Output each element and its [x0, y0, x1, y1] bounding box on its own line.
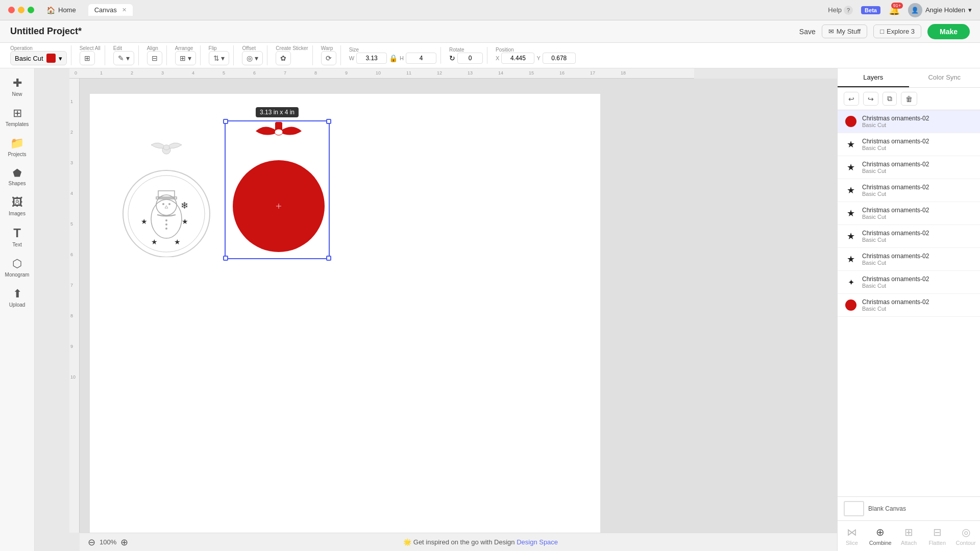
align-button[interactable]: ⊟ [147, 51, 162, 65]
duplicate-button[interactable]: ⧉ [883, 92, 897, 106]
mystuff-button[interactable]: ✉ My Stuff [822, 24, 867, 38]
width-input[interactable] [356, 53, 387, 64]
sidebar-item-new[interactable]: ✚ New [2, 72, 33, 102]
create-sticker-button[interactable]: ✿ [276, 51, 291, 65]
ornament-outline[interactable]: ★ ★ ★ ★ ❄ [115, 135, 217, 257]
sidebar-item-upload[interactable]: ⬆ Upload [2, 283, 33, 312]
sidebar-item-images[interactable]: 🖼 Images [2, 192, 33, 221]
project-title: Untitled Project* [10, 26, 82, 37]
combine-action[interactable]: ⊕ Combine [868, 526, 893, 546]
sidebar-item-upload-label: Upload [9, 302, 26, 308]
canvas-bottom-bar: ⊖ 100% ⊕ 🌟 Get inspired on the go with D… [80, 533, 837, 551]
rotate-group: Rotate ↻ [445, 47, 487, 64]
avatar: 👤 [908, 3, 922, 17]
contour-action[interactable]: ◎ Contour [953, 526, 978, 546]
height-label: H [400, 55, 404, 61]
tab-home[interactable]: 🏠 Home [40, 4, 82, 16]
rotate-control: Rotate ↻ [449, 47, 483, 64]
x-input[interactable] [501, 53, 534, 64]
tab-layers[interactable]: Layers [838, 68, 909, 87]
operation-select[interactable]: Basic Cut ▾ [10, 51, 67, 65]
delete-button[interactable]: 🗑 [901, 92, 917, 106]
height-input[interactable] [406, 53, 436, 64]
ruler-mark-7: 7 [284, 70, 286, 76]
layer-thumb-5: ★ [844, 206, 858, 220]
make-button[interactable]: Make [927, 24, 970, 39]
text-icon: T [13, 226, 21, 240]
layer-thumb-7: ★ [844, 252, 858, 266]
layer-item-9[interactable]: Christmas ornaments-02 Basic Cut [838, 294, 980, 317]
ruler-mark-6: 6 [253, 70, 256, 76]
layer-item-2[interactable]: ★ Christmas ornaments-02 Basic Cut [838, 133, 980, 156]
sidebar-item-text[interactable]: T Text [2, 222, 33, 252]
notifications-button[interactable]: 🔔 91+ [889, 5, 900, 16]
close-button[interactable] [8, 7, 15, 13]
rotate-icon: ↻ [449, 54, 455, 62]
color-swatch[interactable] [46, 54, 56, 63]
canvas-viewport[interactable]: ★ ★ ★ ★ ❄ [80, 79, 837, 533]
layer-name-4: Christmas ornaments-02 [862, 184, 974, 191]
offset-button[interactable]: ◎ ▾ [242, 51, 263, 65]
user-menu[interactable]: 👤 Angie Holden ▾ [908, 3, 972, 17]
slice-action[interactable]: ⋈ Slice [839, 526, 865, 546]
tab-close-icon[interactable]: ✕ [122, 7, 127, 13]
flip-button[interactable]: ⇅ ▾ [209, 51, 230, 65]
sidebar-item-shapes[interactable]: ⬟ Shapes [2, 163, 33, 191]
ornament-filled[interactable] [228, 122, 330, 257]
toolbar: Operation Basic Cut ▾ Select All ⊞ Edit … [0, 43, 980, 68]
svg-text:★: ★ [174, 238, 181, 246]
help-label: Help [828, 6, 842, 14]
rotate-label: Rotate [449, 47, 464, 53]
lock-icon[interactable]: 🔒 [389, 54, 398, 62]
contour-icon: ◎ [962, 526, 970, 538]
flatten-action[interactable]: ⊟ Flatten [924, 526, 950, 546]
y-input[interactable] [543, 53, 576, 64]
layer-thumb-8: ✦ [844, 275, 858, 289]
maximize-button[interactable] [28, 7, 34, 13]
zoom-out-button[interactable]: ⊖ [88, 537, 95, 548]
redo-button[interactable]: ↪ [863, 92, 878, 106]
layer-text-5: Christmas ornaments-02 Basic Cut [862, 207, 974, 220]
layer-item-8[interactable]: ✦ Christmas ornaments-02 Basic Cut [838, 271, 980, 294]
arrange-button[interactable]: ⊞ ▾ [175, 51, 196, 65]
sidebar-item-templates[interactable]: ⊞ Templates [2, 103, 33, 132]
layer-item-5[interactable]: ★ Christmas ornaments-02 Basic Cut [838, 202, 980, 225]
help-button[interactable]: Help ? [828, 6, 853, 15]
warp-button[interactable]: ⟳ [321, 51, 336, 65]
ruler-mark-15: 15 [529, 70, 534, 76]
layer-thumb-1 [844, 114, 858, 129]
flatten-label: Flatten [928, 540, 946, 546]
layer-item-3[interactable]: ★ Christmas ornaments-02 Basic Cut [838, 156, 980, 179]
position-group: Position X Y [492, 47, 580, 64]
layer-thumb-2: ★ [844, 137, 858, 152]
tab-canvas[interactable]: Canvas ✕ [88, 4, 133, 16]
sidebar-item-projects[interactable]: 📁 Projects [2, 133, 33, 162]
layer-item-1[interactable]: Christmas ornaments-02 Basic Cut [838, 110, 980, 133]
save-button[interactable]: Save [799, 28, 816, 36]
layer-item-6[interactable]: ★ Christmas ornaments-02 Basic Cut [838, 225, 980, 248]
tab-color-sync[interactable]: Color Sync [909, 68, 981, 87]
align-label: Align [147, 45, 158, 51]
attach-label: Attach [901, 540, 917, 546]
sidebar-item-monogram[interactable]: ⬡ Monogram [2, 253, 33, 282]
explore-button[interactable]: □ Explore 3 [873, 24, 921, 38]
ruler-mark-9: 9 [345, 70, 348, 76]
layer-item-7[interactable]: ★ Christmas ornaments-02 Basic Cut [838, 248, 980, 271]
svg-point-8 [162, 203, 164, 205]
mail-icon: ✉ [828, 28, 834, 35]
zoom-in-button[interactable]: ⊕ [120, 537, 128, 548]
panel-toolbar: ↩ ↪ ⧉ 🗑 [838, 88, 980, 110]
ruler-mark-18: 18 [621, 70, 626, 76]
sidebar-item-images-label: Images [9, 211, 26, 217]
minimize-button[interactable] [18, 7, 24, 13]
layer-text-6: Christmas ornaments-02 Basic Cut [862, 230, 974, 243]
layer-item-4[interactable]: ★ Christmas ornaments-02 Basic Cut [838, 179, 980, 202]
rotate-input[interactable] [457, 53, 483, 64]
undo-button[interactable]: ↩ [844, 92, 859, 106]
select-all-button[interactable]: ⊞ [80, 51, 95, 65]
attach-action[interactable]: ⊞ Attach [896, 526, 921, 546]
mystuff-label: My Stuff [837, 28, 861, 35]
edit-button[interactable]: ✎ ▾ [113, 51, 134, 65]
design-space-link[interactable]: Design Space [517, 538, 558, 546]
canvas-area[interactable]: 0 1 2 3 4 5 6 7 8 9 10 11 12 13 14 15 16… [35, 68, 837, 551]
